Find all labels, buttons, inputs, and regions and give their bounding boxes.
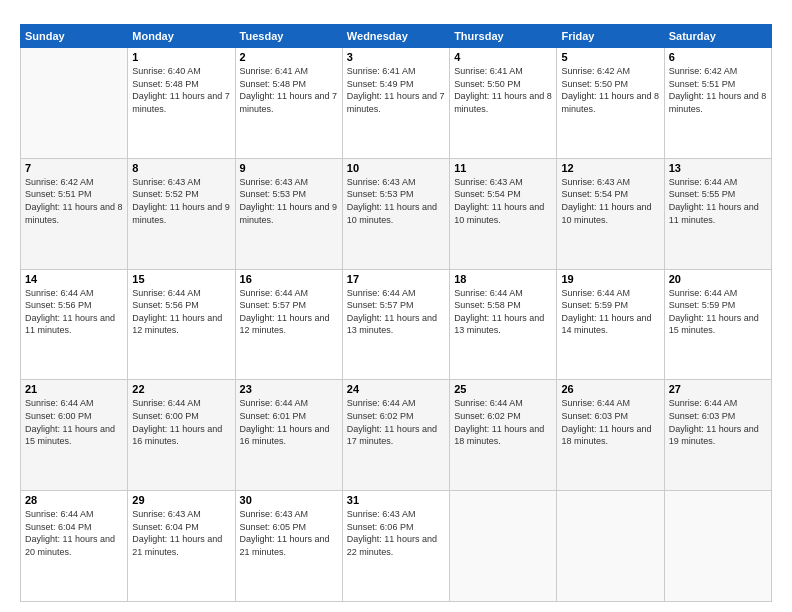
day-info: Sunrise: 6:44 AM Sunset: 5:56 PM Dayligh… (25, 287, 123, 337)
day-of-week-header: Thursday (450, 25, 557, 48)
calendar-table: SundayMondayTuesdayWednesdayThursdayFrid… (20, 24, 772, 602)
day-number: 31 (347, 494, 445, 506)
day-number: 5 (561, 51, 659, 63)
day-number: 24 (347, 383, 445, 395)
day-info: Sunrise: 6:41 AM Sunset: 5:48 PM Dayligh… (240, 65, 338, 115)
calendar-day-cell: 27Sunrise: 6:44 AM Sunset: 6:03 PM Dayli… (664, 380, 771, 491)
calendar-day-cell (664, 491, 771, 602)
day-info: Sunrise: 6:44 AM Sunset: 5:58 PM Dayligh… (454, 287, 552, 337)
day-info: Sunrise: 6:44 AM Sunset: 6:01 PM Dayligh… (240, 397, 338, 447)
day-number: 10 (347, 162, 445, 174)
calendar-day-cell: 23Sunrise: 6:44 AM Sunset: 6:01 PM Dayli… (235, 380, 342, 491)
day-info: Sunrise: 6:44 AM Sunset: 6:03 PM Dayligh… (561, 397, 659, 447)
day-number: 7 (25, 162, 123, 174)
day-number: 25 (454, 383, 552, 395)
day-of-week-header: Sunday (21, 25, 128, 48)
day-info: Sunrise: 6:41 AM Sunset: 5:50 PM Dayligh… (454, 65, 552, 115)
day-number: 2 (240, 51, 338, 63)
day-number: 27 (669, 383, 767, 395)
calendar-day-cell: 30Sunrise: 6:43 AM Sunset: 6:05 PM Dayli… (235, 491, 342, 602)
calendar-week-row: 28Sunrise: 6:44 AM Sunset: 6:04 PM Dayli… (21, 491, 772, 602)
day-number: 6 (669, 51, 767, 63)
calendar-day-cell: 19Sunrise: 6:44 AM Sunset: 5:59 PM Dayli… (557, 269, 664, 380)
day-number: 8 (132, 162, 230, 174)
calendar-day-cell: 24Sunrise: 6:44 AM Sunset: 6:02 PM Dayli… (342, 380, 449, 491)
day-number: 19 (561, 273, 659, 285)
calendar-day-cell: 28Sunrise: 6:44 AM Sunset: 6:04 PM Dayli… (21, 491, 128, 602)
calendar-day-cell: 16Sunrise: 6:44 AM Sunset: 5:57 PM Dayli… (235, 269, 342, 380)
calendar-day-cell: 13Sunrise: 6:44 AM Sunset: 5:55 PM Dayli… (664, 158, 771, 269)
day-info: Sunrise: 6:42 AM Sunset: 5:50 PM Dayligh… (561, 65, 659, 115)
calendar-day-cell: 11Sunrise: 6:43 AM Sunset: 5:54 PM Dayli… (450, 158, 557, 269)
calendar-day-cell: 6Sunrise: 6:42 AM Sunset: 5:51 PM Daylig… (664, 48, 771, 159)
calendar-week-row: 21Sunrise: 6:44 AM Sunset: 6:00 PM Dayli… (21, 380, 772, 491)
day-number: 22 (132, 383, 230, 395)
calendar-day-cell: 9Sunrise: 6:43 AM Sunset: 5:53 PM Daylig… (235, 158, 342, 269)
day-number: 1 (132, 51, 230, 63)
calendar-day-cell: 25Sunrise: 6:44 AM Sunset: 6:02 PM Dayli… (450, 380, 557, 491)
calendar-day-cell: 14Sunrise: 6:44 AM Sunset: 5:56 PM Dayli… (21, 269, 128, 380)
day-info: Sunrise: 6:42 AM Sunset: 5:51 PM Dayligh… (25, 176, 123, 226)
calendar-day-cell: 20Sunrise: 6:44 AM Sunset: 5:59 PM Dayli… (664, 269, 771, 380)
calendar-day-cell: 5Sunrise: 6:42 AM Sunset: 5:50 PM Daylig… (557, 48, 664, 159)
day-number: 11 (454, 162, 552, 174)
day-info: Sunrise: 6:44 AM Sunset: 5:56 PM Dayligh… (132, 287, 230, 337)
day-number: 13 (669, 162, 767, 174)
calendar-day-cell: 12Sunrise: 6:43 AM Sunset: 5:54 PM Dayli… (557, 158, 664, 269)
day-info: Sunrise: 6:44 AM Sunset: 6:03 PM Dayligh… (669, 397, 767, 447)
calendar-day-cell: 2Sunrise: 6:41 AM Sunset: 5:48 PM Daylig… (235, 48, 342, 159)
day-info: Sunrise: 6:43 AM Sunset: 6:04 PM Dayligh… (132, 508, 230, 558)
calendar-day-cell: 29Sunrise: 6:43 AM Sunset: 6:04 PM Dayli… (128, 491, 235, 602)
day-number: 21 (25, 383, 123, 395)
day-info: Sunrise: 6:43 AM Sunset: 5:52 PM Dayligh… (132, 176, 230, 226)
day-info: Sunrise: 6:42 AM Sunset: 5:51 PM Dayligh… (669, 65, 767, 115)
day-info: Sunrise: 6:44 AM Sunset: 5:57 PM Dayligh… (240, 287, 338, 337)
day-info: Sunrise: 6:43 AM Sunset: 5:54 PM Dayligh… (561, 176, 659, 226)
day-number: 23 (240, 383, 338, 395)
day-number: 18 (454, 273, 552, 285)
day-number: 12 (561, 162, 659, 174)
calendar-header-row: SundayMondayTuesdayWednesdayThursdayFrid… (21, 25, 772, 48)
day-number: 4 (454, 51, 552, 63)
day-info: Sunrise: 6:44 AM Sunset: 5:55 PM Dayligh… (669, 176, 767, 226)
calendar-day-cell (21, 48, 128, 159)
day-number: 30 (240, 494, 338, 506)
day-of-week-header: Tuesday (235, 25, 342, 48)
calendar-day-cell: 7Sunrise: 6:42 AM Sunset: 5:51 PM Daylig… (21, 158, 128, 269)
calendar-day-cell: 22Sunrise: 6:44 AM Sunset: 6:00 PM Dayli… (128, 380, 235, 491)
day-number: 17 (347, 273, 445, 285)
day-info: Sunrise: 6:44 AM Sunset: 6:02 PM Dayligh… (454, 397, 552, 447)
day-of-week-header: Saturday (664, 25, 771, 48)
calendar-day-cell: 10Sunrise: 6:43 AM Sunset: 5:53 PM Dayli… (342, 158, 449, 269)
calendar-day-cell: 4Sunrise: 6:41 AM Sunset: 5:50 PM Daylig… (450, 48, 557, 159)
calendar-day-cell: 15Sunrise: 6:44 AM Sunset: 5:56 PM Dayli… (128, 269, 235, 380)
calendar-day-cell (557, 491, 664, 602)
day-info: Sunrise: 6:44 AM Sunset: 6:00 PM Dayligh… (25, 397, 123, 447)
day-number: 3 (347, 51, 445, 63)
day-info: Sunrise: 6:43 AM Sunset: 6:05 PM Dayligh… (240, 508, 338, 558)
day-info: Sunrise: 6:44 AM Sunset: 6:00 PM Dayligh… (132, 397, 230, 447)
day-info: Sunrise: 6:40 AM Sunset: 5:48 PM Dayligh… (132, 65, 230, 115)
day-number: 15 (132, 273, 230, 285)
calendar-day-cell (450, 491, 557, 602)
day-number: 29 (132, 494, 230, 506)
day-number: 16 (240, 273, 338, 285)
calendar-day-cell: 17Sunrise: 6:44 AM Sunset: 5:57 PM Dayli… (342, 269, 449, 380)
calendar-day-cell: 21Sunrise: 6:44 AM Sunset: 6:00 PM Dayli… (21, 380, 128, 491)
day-info: Sunrise: 6:43 AM Sunset: 5:53 PM Dayligh… (347, 176, 445, 226)
day-of-week-header: Friday (557, 25, 664, 48)
calendar-day-cell: 3Sunrise: 6:41 AM Sunset: 5:49 PM Daylig… (342, 48, 449, 159)
day-info: Sunrise: 6:43 AM Sunset: 6:06 PM Dayligh… (347, 508, 445, 558)
day-number: 28 (25, 494, 123, 506)
day-number: 26 (561, 383, 659, 395)
calendar-week-row: 1Sunrise: 6:40 AM Sunset: 5:48 PM Daylig… (21, 48, 772, 159)
day-info: Sunrise: 6:44 AM Sunset: 6:04 PM Dayligh… (25, 508, 123, 558)
calendar-day-cell: 31Sunrise: 6:43 AM Sunset: 6:06 PM Dayli… (342, 491, 449, 602)
calendar-day-cell: 18Sunrise: 6:44 AM Sunset: 5:58 PM Dayli… (450, 269, 557, 380)
day-info: Sunrise: 6:43 AM Sunset: 5:53 PM Dayligh… (240, 176, 338, 226)
day-of-week-header: Wednesday (342, 25, 449, 48)
day-info: Sunrise: 6:44 AM Sunset: 6:02 PM Dayligh… (347, 397, 445, 447)
day-number: 9 (240, 162, 338, 174)
calendar-week-row: 7Sunrise: 6:42 AM Sunset: 5:51 PM Daylig… (21, 158, 772, 269)
day-info: Sunrise: 6:44 AM Sunset: 5:59 PM Dayligh… (561, 287, 659, 337)
